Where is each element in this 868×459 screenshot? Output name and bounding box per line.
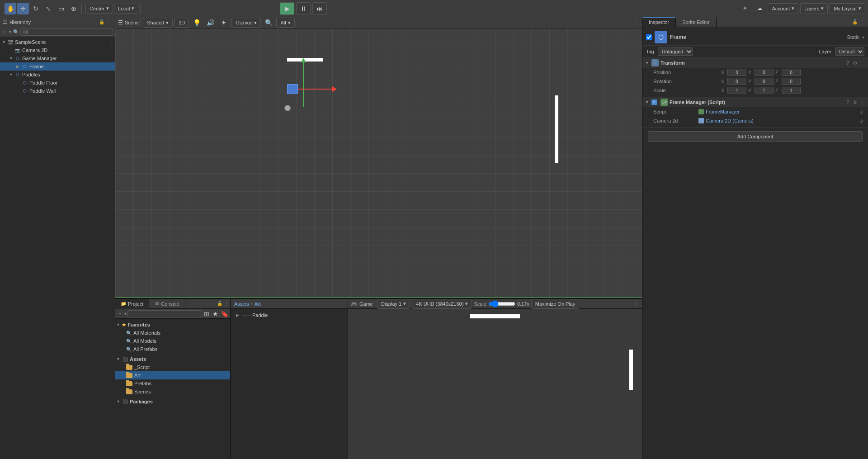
lock-inspector-btn[interactable]: 🔓 bbox=[852, 19, 858, 25]
scale-values: X 1 Y 1 Z 1 bbox=[721, 87, 864, 94]
local-dropdown[interactable]: Local ▾ bbox=[114, 4, 138, 14]
tag-layer-row: Tag Untagged Layer Default bbox=[642, 46, 868, 58]
pos-y-input[interactable]: 0 bbox=[755, 69, 774, 76]
tab-console[interactable]: 🖥 Console bbox=[149, 299, 185, 309]
hierarchy-search-input[interactable] bbox=[20, 28, 113, 36]
pivot-dot bbox=[284, 105, 291, 111]
transform-menu-btn[interactable]: ⋮ bbox=[859, 60, 865, 66]
game-menu-btn[interactable]: ⋮ bbox=[633, 301, 639, 307]
audio-btn[interactable]: 🔊 bbox=[204, 17, 216, 28]
frame-manager-settings-btn[interactable]: ⚙ bbox=[852, 99, 858, 105]
scale-x-input[interactable]: 1 bbox=[727, 87, 746, 94]
transform-header[interactable]: ▼ ⊹ Transform ? ⚙ ⋮ bbox=[642, 58, 868, 68]
hierarchy-item-paddles[interactable]: ▼ ⬡ Paddles bbox=[0, 71, 115, 79]
scene-menu-btn[interactable]: ⋮ bbox=[108, 39, 115, 45]
object-active-checkbox[interactable] bbox=[646, 34, 652, 40]
pos-x-input[interactable]: 0 bbox=[727, 69, 746, 76]
center-dropdown[interactable]: Center ▾ bbox=[85, 4, 113, 14]
all-dropdown[interactable]: All ▾ bbox=[276, 18, 294, 28]
rotate-tool-btn[interactable]: ↻ bbox=[30, 3, 42, 14]
account-dropdown[interactable]: Account ▾ bbox=[768, 3, 798, 14]
scale-tool-btn[interactable]: ⤡ bbox=[42, 3, 54, 14]
maximize-on-play-btn[interactable]: Maximize On Play bbox=[531, 299, 580, 309]
all-prefabs-item[interactable]: 🔍 All Prefabs bbox=[115, 345, 230, 353]
add-component-btn[interactable]: Add Component bbox=[648, 131, 863, 142]
tab-sprite-editor[interactable]: Sprite Editor bbox=[676, 17, 717, 27]
project-search-input[interactable] bbox=[127, 310, 202, 317]
camera-locate-btn[interactable]: ⊙ bbox=[858, 118, 864, 124]
light-btn[interactable]: 💡 bbox=[191, 17, 203, 28]
sun-icon[interactable]: ☀ bbox=[739, 2, 751, 15]
transform-tool-btn[interactable]: ⊕ bbox=[68, 3, 80, 14]
play-btn[interactable]: ▶ bbox=[280, 2, 294, 15]
hierarchy-tree: ▼ 🎬 SampleScene ⋮ 📷 Camera 2D ▼ ⬡ Game M… bbox=[0, 37, 115, 459]
hand-tool-btn[interactable]: ✋ bbox=[5, 3, 16, 14]
game-view[interactable] bbox=[348, 309, 642, 459]
frame-manager-header[interactable]: ▼ ✓ C# Frame Manager (Script) ? ⚙ ⋮ bbox=[642, 97, 868, 107]
transform-help-btn[interactable]: ? bbox=[844, 60, 851, 66]
hierarchy-item-camera2d[interactable]: 📷 Camera 2D bbox=[0, 46, 115, 54]
gizmos-dropdown[interactable]: Gizmos ▾ bbox=[231, 18, 261, 28]
scene-menu-icon[interactable]: ⋮ bbox=[633, 19, 639, 26]
assets-section[interactable]: ▼ ⬛ Assets bbox=[115, 355, 230, 363]
hierarchy-item-paddlefloor[interactable]: ⬡ Paddle Floor bbox=[0, 79, 115, 87]
breadcrumb-art[interactable]: Art bbox=[255, 301, 261, 307]
project-star-btn[interactable]: ★ bbox=[212, 310, 219, 318]
tab-project[interactable]: 📁 Project bbox=[115, 299, 149, 309]
menu-icon[interactable]: ⋮ bbox=[106, 19, 112, 25]
move-tool-btn[interactable]: ✛ bbox=[17, 3, 29, 14]
rect-tool-btn[interactable]: ▭ bbox=[55, 3, 67, 14]
file-item-paddle[interactable]: ▶ ——Paddle bbox=[234, 311, 344, 320]
script-folder-item[interactable]: _Script bbox=[115, 363, 230, 371]
prefabs-folder-item[interactable]: Prefabs bbox=[115, 379, 230, 388]
add-project-btn[interactable]: + bbox=[117, 311, 123, 317]
scale-slider[interactable] bbox=[488, 301, 515, 307]
2d-btn[interactable]: 2D bbox=[175, 18, 189, 28]
art-folder-item[interactable]: Art bbox=[115, 371, 230, 379]
scenes-folder-item[interactable]: Scenes bbox=[115, 388, 230, 396]
script-locate-btn[interactable]: ⊙ bbox=[858, 109, 864, 115]
hierarchy-item-frame[interactable]: ▶ ⬡ Frame bbox=[0, 62, 115, 71]
cloud-icon[interactable]: ☁ bbox=[753, 2, 766, 15]
favorites-section[interactable]: ▼ ★ Favorites bbox=[115, 321, 230, 329]
rot-z-input[interactable]: 0 bbox=[782, 78, 801, 85]
pause-btn[interactable]: ⏸ bbox=[296, 2, 311, 15]
hierarchy-item-gamemanager[interactable]: ▼ ⬡ Game Manager bbox=[0, 54, 115, 62]
layout-dropdown[interactable]: My Layout ▾ bbox=[830, 3, 865, 14]
inspector-menu-btn[interactable]: ⋮ bbox=[859, 19, 865, 25]
scale-row: Scale X 1 Y 1 Z 1 bbox=[642, 86, 868, 95]
all-materials-item[interactable]: 🔍 All Materials bbox=[115, 329, 230, 337]
frame-manager-menu-btn[interactable]: ⋮ bbox=[859, 99, 865, 105]
hierarchy-item-samplescene[interactable]: ▼ 🎬 SampleScene ⋮ bbox=[0, 38, 115, 46]
game-panel-bottom: 🎮 Game Display 1 ▾ 4K UHD (3840x2160) ▾ … bbox=[348, 298, 642, 459]
step-btn[interactable]: ⏭ bbox=[312, 2, 327, 15]
breadcrumb-assets[interactable]: Assets bbox=[234, 301, 249, 307]
resolution-dropdown[interactable]: 4K UHD (3840x2160) ▾ bbox=[412, 299, 472, 309]
tab-inspector[interactable]: Inspector bbox=[642, 17, 676, 27]
frame-manager-help-btn[interactable]: ? bbox=[844, 99, 851, 105]
pos-z-input[interactable]: 0 bbox=[782, 69, 801, 76]
project-filter-btn[interactable]: ⊞ bbox=[203, 310, 211, 318]
scale-z-input[interactable]: 1 bbox=[782, 87, 801, 94]
transform-settings-btn[interactable]: ⚙ bbox=[852, 60, 858, 66]
tag-dropdown[interactable]: Untagged bbox=[658, 47, 693, 56]
effects-btn[interactable]: ✦ bbox=[218, 17, 230, 28]
rot-y-input[interactable]: 0 bbox=[755, 78, 774, 85]
project-menu-btn[interactable]: ⋮ bbox=[224, 301, 230, 307]
all-models-item[interactable]: 🔍 All Models bbox=[115, 337, 230, 345]
layer-dropdown[interactable]: Default bbox=[835, 47, 864, 56]
display-dropdown[interactable]: Display 1 ▾ bbox=[377, 299, 410, 309]
rotation-row: Rotation X 0 Y 0 Z 0 bbox=[642, 77, 868, 86]
add-hierarchy-btn[interactable]: + bbox=[2, 29, 7, 35]
rot-x-input[interactable]: 0 bbox=[727, 78, 746, 85]
scale-y-input[interactable]: 1 bbox=[755, 87, 774, 94]
lock-project-btn[interactable]: 🔓 bbox=[217, 301, 223, 307]
hierarchy-item-paddlewall[interactable]: ⬡ Paddle Wall bbox=[0, 87, 115, 95]
shade-dropdown[interactable]: Shaded ▾ bbox=[143, 18, 173, 28]
lock-icon[interactable]: 🔓 bbox=[99, 19, 105, 25]
project-bookmark-btn[interactable]: 🔖 bbox=[221, 310, 228, 318]
layers-dropdown[interactable]: Layers ▾ bbox=[800, 3, 828, 14]
scene-view[interactable] bbox=[115, 28, 642, 298]
packages-section[interactable]: ▼ ⬛ Packages bbox=[115, 397, 230, 406]
search-scene-btn[interactable]: 🔍 bbox=[263, 17, 274, 28]
